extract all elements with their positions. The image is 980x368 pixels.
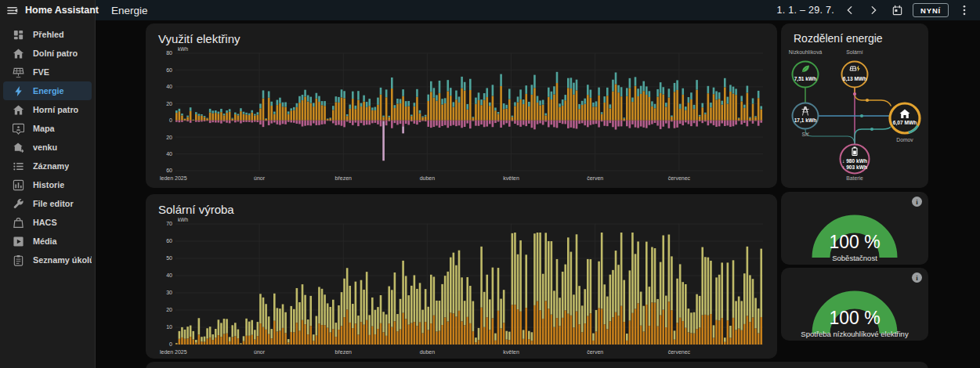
wrench-icon bbox=[13, 198, 24, 210]
svg-text:květen: květen bbox=[503, 175, 519, 181]
sidebar-item-label: Seznamy úkolů bbox=[33, 255, 92, 265]
calendar-button[interactable] bbox=[889, 2, 905, 18]
map-icon bbox=[13, 123, 24, 135]
home-export-icon bbox=[13, 142, 24, 153]
svg-text:20: 20 bbox=[166, 101, 172, 106]
distribution-title: Rozdělení energie bbox=[781, 23, 928, 46]
sidebar-item-energie[interactable]: Energie bbox=[3, 81, 92, 100]
bars bbox=[175, 233, 762, 345]
info-icon[interactable]: i bbox=[912, 197, 922, 207]
chevron-right-icon bbox=[868, 5, 879, 16]
kebab-icon bbox=[963, 5, 966, 16]
sidebar-item-historie[interactable]: Historie bbox=[3, 175, 92, 194]
svg-text:únor: únor bbox=[254, 175, 266, 181]
svg-text:6,13 MWh: 6,13 MWh bbox=[843, 76, 866, 82]
svg-text:6,07 MWh: 6,07 MWh bbox=[893, 120, 917, 126]
node-grid: 17,1 kWh Síť bbox=[793, 103, 819, 138]
sidebar-item-mapa[interactable]: Mapa bbox=[3, 119, 92, 138]
sidebar-item-label: HACS bbox=[33, 218, 57, 227]
main-content: Využití elektřiny 806040200204060kWhlede… bbox=[96, 20, 980, 368]
svg-text:kWh: kWh bbox=[178, 47, 188, 52]
sidebar: PřehledDolní patroFVEEnergieHorní patroM… bbox=[0, 20, 96, 368]
svg-text:60: 60 bbox=[166, 238, 172, 244]
svg-text:kWh: kWh bbox=[178, 218, 188, 222]
next-period-button[interactable] bbox=[866, 2, 881, 18]
sidebar-item-label: venku bbox=[33, 143, 57, 152]
sidebar-item-label: FVE bbox=[33, 67, 49, 77]
home-icon bbox=[13, 48, 24, 60]
svg-text:Solární: Solární bbox=[846, 49, 863, 55]
sidebar-item-zaznamy[interactable]: Záznamy bbox=[3, 157, 92, 175]
sidebar-item-venku[interactable]: venku bbox=[3, 138, 92, 157]
app-header: Home Assistant Energie 1. 1. – 29. 7. bbox=[0, 0, 980, 20]
sidebar-item-label: Energie bbox=[33, 86, 64, 96]
svg-text:leden 2025: leden 2025 bbox=[160, 349, 187, 355]
list-icon bbox=[13, 161, 24, 172]
usage-chart-title: Využití elektřiny bbox=[146, 23, 777, 47]
svg-text:0: 0 bbox=[169, 117, 172, 123]
svg-text:duben: duben bbox=[420, 175, 436, 181]
energy-distribution-diagram: Nízkouhlíková 7,51 kWh Solární bbox=[781, 47, 928, 188]
node-battery: ↓ 980 kWh ↑ 903 kWh Baterie bbox=[841, 145, 870, 182]
energy-distribution-card: Rozdělení energie Nízkouhlí bbox=[781, 23, 928, 188]
sidebar-item-seznamy-ukolu[interactable]: Seznamy úkolů bbox=[3, 251, 92, 269]
svg-text:40: 40 bbox=[166, 272, 172, 278]
node-low-carbon: Nízkouhlíková 7,51 kWh bbox=[789, 49, 823, 88]
info-icon[interactable]: i bbox=[912, 272, 922, 283]
svg-text:10: 10 bbox=[166, 324, 172, 330]
view-dashboard-icon bbox=[13, 29, 24, 41]
page-title: Energie bbox=[111, 5, 148, 16]
svg-text:40: 40 bbox=[166, 84, 172, 89]
overflow-menu-button[interactable] bbox=[956, 2, 972, 18]
svg-text:červen: červen bbox=[587, 349, 603, 355]
sidebar-item-label: File editor bbox=[33, 199, 74, 208]
svg-text:0: 0 bbox=[169, 341, 172, 347]
svg-text:40: 40 bbox=[166, 151, 172, 157]
svg-text:červen: červen bbox=[587, 175, 603, 181]
solar-production-chart[interactable]: 706050403020100kWhleden 2025únorbřezendu… bbox=[158, 218, 765, 359]
sidebar-item-label: Horní patro bbox=[33, 105, 78, 114]
svg-text:květen: květen bbox=[503, 349, 519, 355]
svg-text:60: 60 bbox=[166, 67, 172, 73]
svg-text:Domov: Domov bbox=[896, 137, 913, 143]
chevron-left-icon bbox=[844, 5, 855, 16]
sidebar-item-label: Média bbox=[33, 236, 57, 246]
node-home: 6,07 MWh Domov bbox=[890, 103, 920, 143]
svg-text:↑ 903 kWh: ↑ 903 kWh bbox=[842, 164, 867, 170]
svg-text:březen: březen bbox=[335, 349, 353, 355]
svg-text:Baterie: Baterie bbox=[846, 175, 863, 181]
lightning-bolt-icon bbox=[13, 85, 24, 97]
bars bbox=[175, 72, 762, 161]
svg-text:70: 70 bbox=[166, 221, 172, 226]
sidebar-item-label: Záznamy bbox=[33, 161, 69, 171]
date-range-label[interactable]: 1. 1. – 29. 7. bbox=[776, 5, 834, 16]
svg-text:únor: únor bbox=[254, 349, 266, 355]
home-icon bbox=[13, 104, 24, 116]
gauge-label: Spotřeba nízkouhlíkové elektřiny bbox=[781, 330, 928, 338]
sidebar-item-hacs[interactable]: HACS bbox=[3, 213, 92, 232]
electricity-usage-chart[interactable]: 806040200204060kWhleden 2025únorbřezendu… bbox=[158, 47, 765, 188]
low-carbon-gauge-card: 100 % Spotřeba nízkouhlíkové elektřiny i bbox=[781, 268, 928, 341]
sidebar-item-horni-patro[interactable]: Horní patro bbox=[3, 100, 92, 119]
svg-text:červenec: červenec bbox=[668, 175, 691, 181]
play-box-icon bbox=[13, 236, 24, 247]
menu-toggle-button[interactable] bbox=[6, 2, 18, 18]
svg-text:60: 60 bbox=[166, 168, 172, 173]
node-solar: Solární 6,13 MWh bbox=[842, 49, 868, 88]
svg-text:↓ 980 kWh: ↓ 980 kWh bbox=[842, 158, 867, 164]
hamburger-icon bbox=[6, 5, 18, 16]
sidebar-item-fve[interactable]: FVE bbox=[3, 63, 92, 81]
sidebar-item-label: Historie bbox=[33, 180, 64, 189]
chart-box-icon bbox=[13, 179, 24, 191]
svg-text:7,51 kWh: 7,51 kWh bbox=[794, 76, 817, 82]
sidebar-header: Home Assistant bbox=[0, 0, 96, 20]
sidebar-item-dolni-patro[interactable]: Dolní patro bbox=[3, 44, 92, 63]
svg-text:Síť: Síť bbox=[802, 132, 809, 137]
previous-period-button[interactable] bbox=[842, 2, 858, 18]
sidebar-item-prehled[interactable]: Přehled bbox=[3, 25, 92, 44]
svg-text:březen: březen bbox=[335, 175, 353, 181]
now-button[interactable]: NYNÍ bbox=[913, 3, 949, 17]
sidebar-item-media[interactable]: Média bbox=[3, 232, 92, 251]
sidebar-item-file-editor[interactable]: File editor bbox=[3, 194, 92, 213]
svg-text:duben: duben bbox=[420, 349, 436, 355]
